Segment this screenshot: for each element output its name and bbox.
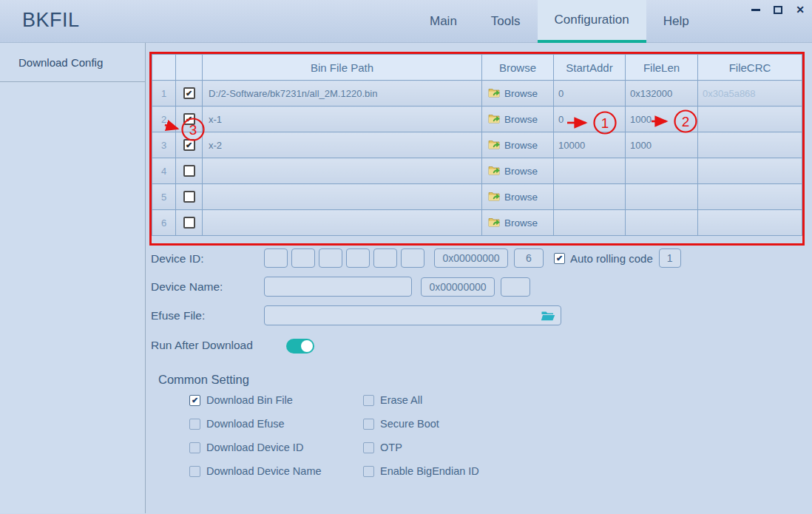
device-name-hex-field[interactable]: 0x00000000 [421,277,495,297]
close-icon[interactable]: ✕ [796,4,805,15]
file-len-cell[interactable]: 1000 [626,132,698,158]
device-name-controls: 0x00000000 [264,277,530,297]
file-crc-cell [698,132,802,158]
device-name-extra-field[interactable] [501,277,530,297]
file-crc-cell [698,184,802,210]
row-checkbox[interactable]: ✔ [183,139,195,151]
file-len-cell[interactable]: 1000 [626,106,698,132]
device-id-byte-4[interactable] [373,248,397,268]
browse-button[interactable]: Browse [482,81,554,106]
app-title: BKFIL [22,9,80,32]
browse-button[interactable]: Browse [482,210,554,236]
browse-button[interactable]: Browse [482,184,554,210]
maximize-icon[interactable] [774,6,782,14]
start-addr-cell[interactable] [554,158,626,184]
row-number: 4 [152,158,176,184]
row-number: 6 [152,210,176,236]
option-label: Enable BigEndian ID [380,465,479,477]
efuse-file-input[interactable] [264,305,561,325]
start-addr-cell[interactable]: 10000 [554,132,626,158]
bin-file-path-cell[interactable] [203,184,482,210]
tab-configuration[interactable]: Configuration [538,0,646,43]
common-setting-option[interactable]: Download Device Name [189,464,363,478]
app-window: BKFIL Main Tools Configuration Help ✕ Do… [0,0,812,514]
option-label: Download Bin File [206,394,293,406]
run-after-download-label: Run After Download [151,339,253,352]
common-setting-option[interactable]: Erase All [363,393,479,407]
row-checkbox-cell[interactable]: ✔ [176,132,203,158]
auto-rolling-code-label: Auto rolling code [570,252,653,265]
row-checkbox-cell[interactable] [176,184,203,210]
file-len-cell[interactable]: 0x132000 [626,81,698,106]
device-id-count-field[interactable]: 6 [514,248,544,268]
tab-tools[interactable]: Tools [474,0,538,43]
bin-file-path-cell[interactable]: x-2 [203,132,482,158]
bin-file-path-cell[interactable]: D:/2-Software/bk7231n/all_2M.1220.bin [203,81,482,106]
file-len-cell[interactable] [626,158,698,184]
start-addr-cell[interactable] [554,184,626,210]
device-id-byte-5[interactable] [401,248,424,268]
device-id-byte-1[interactable] [291,248,315,268]
file-len-cell[interactable] [626,210,698,236]
tab-main[interactable]: Main [413,0,474,43]
folder-browse-icon [488,139,500,152]
table-row: 1✔D:/2-Software/bk7231n/all_2M.1220.binB… [152,81,802,106]
common-setting-option[interactable]: ✔Download Bin File [189,393,363,407]
option-label: Secure Boot [380,418,439,430]
common-setting-option[interactable]: Enable BigEndian ID [363,464,479,478]
option-label: Download Device Name [206,465,322,477]
file-len-cell[interactable] [626,184,698,210]
file-crc-cell [698,158,802,184]
bin-file-path-cell[interactable] [203,210,482,236]
header-check [176,55,203,81]
common-setting-option[interactable]: OTP [363,441,479,454]
row-checkbox-cell[interactable] [176,210,203,236]
efuse-open-folder-icon[interactable] [541,310,555,325]
tab-help[interactable]: Help [646,0,706,43]
minimize-icon[interactable] [751,9,760,11]
window-controls: ✕ [751,3,805,16]
header-filecrc: FileCRC [698,55,802,81]
bin-file-path-cell[interactable] [203,158,482,184]
row-checkbox[interactable]: ✔ [183,87,195,99]
row-checkbox-cell[interactable]: ✔ [176,106,203,132]
bin-file-path-cell[interactable]: x-1 [203,106,482,132]
start-addr-cell[interactable] [554,210,626,236]
row-checkbox-cell[interactable] [176,158,203,184]
common-setting-option[interactable]: Secure Boot [363,417,479,430]
rolling-code-field[interactable]: 1 [659,248,681,268]
row-checkbox[interactable]: ✔ [183,113,195,125]
common-setting-title: Common Setting [158,373,249,387]
folder-browse-icon [488,87,500,100]
unchecked-checkbox[interactable] [189,466,200,477]
device-id-byte-0[interactable] [264,248,288,268]
unchecked-checkbox[interactable] [363,466,374,477]
row-checkbox[interactable] [183,191,195,203]
checked-checkbox[interactable]: ✔ [189,395,200,406]
table-row: 4Browse [152,158,802,184]
row-checkbox[interactable] [183,165,195,177]
unchecked-checkbox[interactable] [363,442,374,453]
run-after-download-toggle[interactable] [286,339,314,354]
common-setting-option[interactable]: Download Device ID [189,441,363,454]
row-number: 3 [152,132,176,158]
unchecked-checkbox[interactable] [189,419,200,430]
unchecked-checkbox[interactable] [363,419,374,430]
row-checkbox[interactable] [183,217,195,229]
common-setting-option[interactable]: Download Efuse [189,417,363,430]
browse-button[interactable]: Browse [482,106,554,132]
unchecked-checkbox[interactable] [189,442,200,453]
start-addr-cell[interactable]: 0 [554,106,626,132]
device-id-byte-3[interactable] [346,248,370,268]
browse-button[interactable]: Browse [482,158,554,184]
start-addr-cell[interactable]: 0 [554,81,626,106]
sidebar-item-download-config[interactable]: Download Config [0,43,145,82]
auto-rolling-code-checkbox[interactable]: ✔ [554,253,565,264]
browse-button-label: Browse [504,88,538,99]
device-name-input[interactable] [264,277,412,297]
device-id-hex-field[interactable]: 0x00000000 [434,248,508,268]
device-id-byte-2[interactable] [319,248,342,268]
browse-button[interactable]: Browse [482,132,554,158]
unchecked-checkbox[interactable] [363,395,374,406]
row-checkbox-cell[interactable]: ✔ [176,81,203,106]
